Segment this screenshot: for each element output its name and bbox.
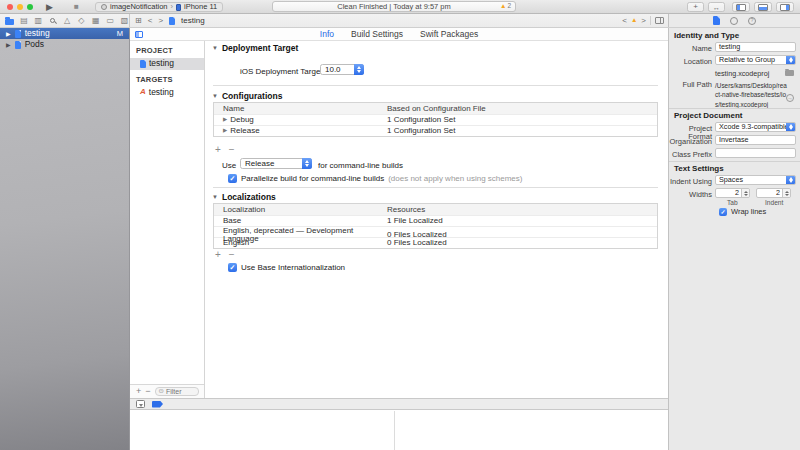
disclosure-down-icon[interactable]: ▼	[212, 194, 218, 200]
issue-navigator-icon[interactable]: △	[63, 17, 72, 25]
warning-count: 2	[507, 3, 511, 10]
add-configuration-button[interactable]: +	[215, 145, 221, 155]
variables-view[interactable]	[130, 411, 395, 450]
activity-status-view[interactable]: Clean Finished | Today at 9:57 pm ▲ 2	[272, 1, 516, 12]
ios-deployment-target-popup[interactable]: 10.0	[320, 64, 364, 75]
editor-arrows-button[interactable]: ↔	[708, 2, 725, 12]
debug-navigator-icon[interactable]: ▦	[91, 17, 100, 25]
source-control-navigator-icon[interactable]: ▤	[20, 17, 29, 25]
close-window-button[interactable]	[7, 4, 13, 10]
table-row-release[interactable]: ▶ Release 1 Configuration Set	[214, 125, 657, 136]
toggle-navigator-button[interactable]	[732, 2, 750, 12]
name-field[interactable]: testing	[715, 42, 796, 52]
toggle-debug-area-button[interactable]	[754, 2, 772, 12]
history-inspector-icon[interactable]	[730, 17, 738, 25]
remove-target-button[interactable]: −	[145, 387, 150, 396]
checkbox-checked-icon[interactable]: ✓	[228, 174, 237, 183]
console-view[interactable]	[395, 411, 668, 450]
parallelize-checkbox-row[interactable]: ✓ Parallelize build for command-line bui…	[228, 174, 522, 183]
breadcrumb-file[interactable]: testing	[181, 17, 205, 25]
navigator-tab-strip: ▤ ▥ △ ◇ ▦ ▭ ▧	[0, 14, 130, 27]
next-issue-button[interactable]: >	[641, 17, 646, 25]
table-row-english[interactable]: English 0 Files Localized	[214, 237, 657, 248]
disclosure-icon[interactable]: ▶	[6, 31, 11, 37]
command-line-config-popup[interactable]: Release	[240, 158, 312, 169]
disclosure-right-icon[interactable]: ▶	[223, 117, 227, 123]
breakpoints-toggle-icon[interactable]	[152, 401, 163, 408]
run-button[interactable]: ▶	[46, 0, 53, 14]
filter-field[interactable]: ⊙	[155, 387, 199, 396]
wrap-lines-row[interactable]: ✓ Wrap lines	[719, 208, 766, 216]
console-view-toggle-icon[interactable]	[136, 400, 145, 408]
localization-name: English	[214, 238, 378, 248]
disclosure-icon[interactable]: ▶	[6, 42, 11, 48]
sidebar-filter-bar: + − ⊙	[130, 384, 204, 398]
stepper-arrows-icon[interactable]	[741, 189, 749, 197]
checkbox-checked-icon[interactable]: ✓	[719, 208, 727, 216]
base-internationalization-row[interactable]: ✓ Use Base Internationalization	[228, 263, 345, 272]
remove-localization-button[interactable]: −	[229, 250, 235, 260]
navigator-item-testing[interactable]: ▶ testing M	[0, 28, 129, 39]
symbol-navigator-icon[interactable]: ▥	[34, 17, 43, 25]
location-popup[interactable]: Relative to Group	[715, 55, 796, 65]
stop-button[interactable]: ■	[74, 0, 79, 14]
source-control-status-badge: M	[117, 30, 123, 38]
table-row-debug[interactable]: ▶ Debug 1 Configuration Set	[214, 114, 657, 125]
class-prefix-field[interactable]	[715, 148, 796, 158]
choose-location-folder-icon[interactable]	[785, 70, 794, 76]
add-target-button[interactable]: +	[136, 387, 141, 396]
project-format-popup[interactable]: Xcode 9.3-compatible	[715, 122, 796, 132]
go-forward-button[interactable]: >	[158, 17, 163, 25]
minimize-window-button[interactable]	[17, 4, 23, 10]
zoom-window-button[interactable]	[27, 4, 33, 10]
tab-swift-packages[interactable]: Swift Packages	[420, 30, 478, 39]
open-path-arrow-icon[interactable]: →	[786, 94, 794, 102]
quick-help-inspector-icon[interactable]: ?	[748, 17, 756, 25]
sidebar-item-project-testing[interactable]: testing	[130, 58, 204, 70]
section-configurations[interactable]: ▼ Configurations	[212, 92, 282, 101]
related-items-icon[interactable]: ⊞	[135, 17, 142, 25]
wrap-lines-label: Wrap lines	[731, 208, 766, 216]
disclosure-down-icon[interactable]: ▼	[212, 45, 218, 51]
configuration-based: 1 Configuration Set	[378, 115, 657, 125]
section-localizations[interactable]: ▼ Localizations	[212, 193, 276, 202]
test-navigator-icon[interactable]: ◇	[77, 17, 86, 25]
sub-bar: ▤ ▥ △ ◇ ▦ ▭ ▧ ⊞ < > testing < ▲ >	[0, 14, 800, 28]
library-button[interactable]: +	[687, 2, 704, 12]
configuration-name: Release	[230, 127, 259, 135]
disclosure-right-icon[interactable]: ▶	[223, 128, 227, 134]
toggle-inspector-button[interactable]	[776, 2, 794, 12]
table-row-english-deprecated[interactable]: English, deprecated — Development Langua…	[214, 226, 657, 237]
indent-using-popup[interactable]: Spaces	[715, 175, 796, 185]
navigator-item-pods[interactable]: ▶ Pods	[0, 39, 129, 50]
sidebar-item-target-testing[interactable]: A testing	[130, 86, 204, 98]
tab-build-settings[interactable]: Build Settings	[351, 30, 403, 39]
use-label: Use	[222, 162, 236, 170]
report-navigator-icon[interactable]: ▧	[120, 17, 129, 25]
section-title: Configurations	[222, 92, 282, 101]
remove-configuration-button[interactable]: −	[229, 145, 235, 155]
table-row-base[interactable]: Base 1 File Localized	[214, 215, 657, 226]
breakpoint-navigator-icon[interactable]: ▭	[106, 17, 115, 25]
tab-info[interactable]: Info	[320, 30, 334, 39]
indent-width-stepper[interactable]: 2	[756, 188, 791, 198]
previous-issue-button[interactable]: <	[622, 17, 627, 25]
project-navigator-icon[interactable]	[5, 17, 14, 25]
add-editor-icon[interactable]	[655, 17, 664, 24]
file-inspector-icon[interactable]	[713, 16, 720, 25]
stepper-arrows-icon[interactable]	[782, 189, 790, 197]
file-icon	[169, 17, 175, 25]
tab-width-stepper[interactable]: 2	[715, 188, 750, 198]
app-target-icon: A	[140, 88, 146, 96]
checkbox-checked-icon[interactable]: ✓	[228, 263, 237, 272]
organization-field[interactable]: Invertase	[715, 135, 796, 145]
add-localization-button[interactable]: +	[215, 250, 221, 260]
go-back-button[interactable]: <	[148, 17, 153, 25]
scheme-selector[interactable]: imageNotification › iPhone 11	[95, 2, 223, 12]
issue-badge[interactable]: ▲ 2	[500, 2, 511, 11]
localizations-table: Localization Resources Base 1 File Local…	[213, 203, 658, 249]
find-navigator-icon[interactable]	[48, 18, 57, 23]
filter-input[interactable]	[166, 388, 196, 395]
disclosure-down-icon[interactable]: ▼	[212, 93, 218, 99]
section-deployment-target[interactable]: ▼ Deployment Target	[212, 44, 298, 53]
